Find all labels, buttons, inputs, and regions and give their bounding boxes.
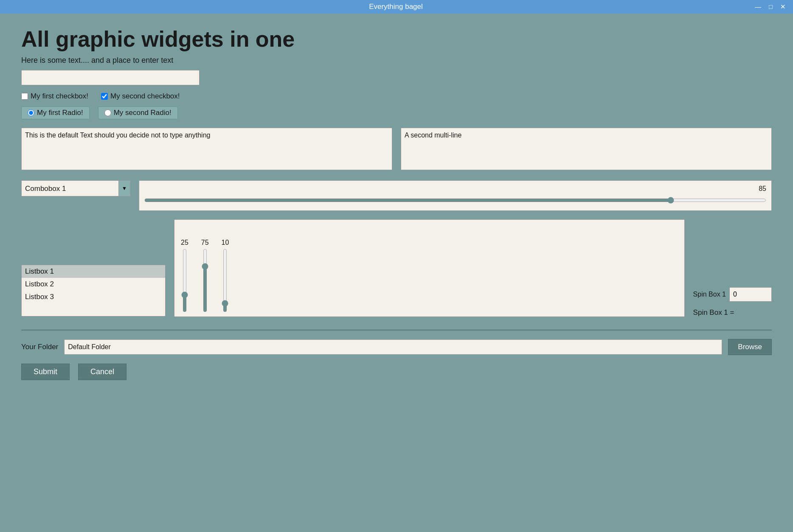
vslider2-label: 75 [201, 239, 209, 246]
radio2-text: My second Radio! [114, 109, 172, 117]
checkbox2-text: My second checkbox! [110, 92, 180, 101]
vslider1-group: 25 [181, 224, 188, 312]
folder-row: Your Folder Browse [21, 339, 772, 355]
main-text-input[interactable] [21, 70, 200, 85]
listbox-item-1[interactable]: Listbox 1 [22, 265, 165, 278]
spinbox-display: Spin Box 1 = [693, 308, 734, 317]
radio2-label[interactable]: My second Radio! [98, 106, 178, 119]
hslider-track [144, 194, 766, 206]
hslider[interactable] [144, 199, 766, 202]
radio2[interactable] [104, 109, 111, 116]
titlebar-title: Everything bagel [39, 3, 753, 11]
checkboxes-row: My first checkbox! My second checkbox! [21, 92, 772, 101]
spinbox-input-row: Spin Box 1 [693, 287, 772, 302]
folder-label: Your Folder [21, 343, 58, 351]
vslider1-label: 25 [181, 239, 188, 246]
checkbox2[interactable] [101, 93, 108, 100]
spinbox-wrapper: Spin Box 1 Spin Box 1 = [693, 287, 772, 317]
listbox[interactable]: Listbox 1 Listbox 2 Listbox 3 [21, 265, 166, 316]
titlebar-controls: — □ ✕ [753, 2, 788, 11]
listbox-item-3[interactable]: Listbox 3 [22, 291, 165, 303]
combobox-select[interactable]: Combobox 1 Combobox 2 Combobox 3 [21, 180, 119, 196]
textareas-row: This is the default Text should you deci… [21, 128, 772, 172]
textarea1[interactable]: This is the default Text should you deci… [21, 128, 392, 170]
subtitle-text: Here is some text.... and a place to ent… [21, 56, 772, 65]
checkbox1-label[interactable]: My first checkbox! [21, 92, 88, 101]
checkbox2-label[interactable]: My second checkbox! [101, 92, 180, 101]
radio1[interactable] [28, 109, 34, 116]
minimize-button[interactable]: — [753, 2, 763, 11]
vslider2[interactable] [202, 249, 208, 312]
radio1-label[interactable]: My first Radio! [21, 106, 90, 119]
checkbox1[interactable] [21, 93, 28, 100]
close-button[interactable]: ✕ [778, 2, 788, 11]
vslider3-label: 10 [222, 239, 229, 246]
folder-input[interactable] [64, 339, 722, 355]
submit-button[interactable]: Submit [21, 364, 70, 380]
listbox-item-2[interactable]: Listbox 2 [22, 278, 165, 291]
spinbox-input[interactable] [729, 287, 772, 302]
titlebar: Everything bagel — □ ✕ [0, 0, 793, 14]
vslider1[interactable] [181, 249, 188, 312]
maximize-button[interactable]: □ [767, 2, 775, 11]
vertical-sliders-area: 25 75 10 [174, 219, 685, 317]
lower-widgets-row: Listbox 1 Listbox 2 Listbox 3 25 75 10 [21, 219, 772, 317]
radios-row: My first Radio! My second Radio! [21, 106, 772, 119]
textarea2-wrapper: A second multi-line [401, 128, 772, 172]
hslider-container: 85 [139, 180, 772, 211]
action-buttons-row: Submit Cancel [21, 364, 772, 380]
browse-button[interactable]: Browse [728, 339, 772, 355]
page-heading: All graphic widgets in one [21, 26, 772, 52]
textarea1-wrapper: This is the default Text should you deci… [21, 128, 392, 172]
separator [21, 330, 772, 330]
combobox-arrow-icon[interactable]: ▼ [118, 180, 130, 196]
listbox-wrapper: Listbox 1 Listbox 2 Listbox 3 [21, 265, 166, 317]
cancel-button[interactable]: Cancel [78, 364, 127, 380]
vslider2-group: 75 [201, 224, 209, 312]
checkbox1-text: My first checkbox! [31, 92, 88, 101]
textarea2[interactable]: A second multi-line [401, 128, 772, 170]
combobox-wrapper: Combobox 1 Combobox 2 Combobox 3 ▼ [21, 180, 130, 196]
hslider-value-label: 85 [144, 185, 766, 193]
spinbox-label: Spin Box 1 [693, 291, 726, 298]
vslider3[interactable] [222, 249, 228, 312]
main-content: All graphic widgets in one Here is some … [0, 14, 793, 397]
vslider3-group: 10 [222, 224, 229, 312]
radio1-text: My first Radio! [37, 109, 83, 117]
widgets-row: Combobox 1 Combobox 2 Combobox 3 ▼ 85 [21, 180, 772, 211]
